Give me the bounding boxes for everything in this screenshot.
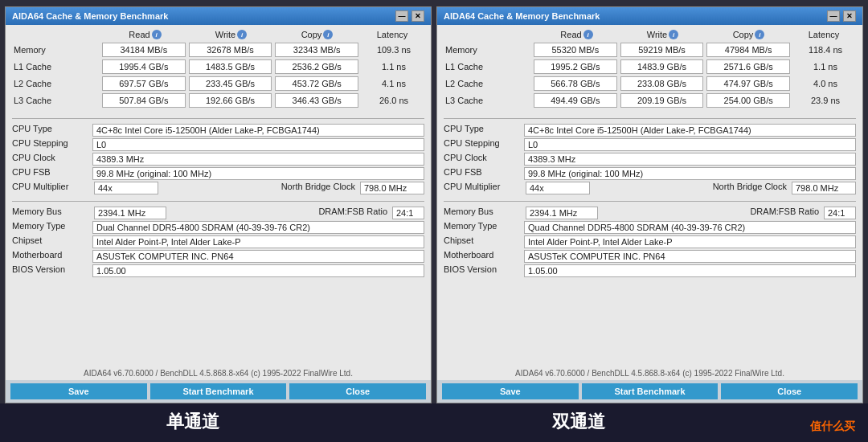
write-info-icon[interactable]: i [237, 30, 247, 39]
left-col-copy: Copy i [274, 30, 360, 39]
right-save-button[interactable]: Save [442, 383, 579, 399]
left-info-motherboard: Motherboard ASUSTeK COMPUTER INC. PN64 [12, 250, 424, 263]
left-info-cpu-type: CPU Type 4C+8c Intel Core i5-12500H (Ald… [12, 124, 424, 137]
right-window-title: AIDA64 Cache & Memory Benchmark [444, 11, 600, 21]
left-channel-label: 单通道 [0, 403, 386, 442]
right-info-section2: Memory Bus 2394.1 MHz DRAM:FSB Ratio 24:… [437, 207, 862, 279]
windows-container: AIDA64 Cache & Memory Benchmark — ✕ Read… [0, 0, 868, 403]
brand-tag: 值什么买 [810, 419, 855, 434]
left-col-latency: Latency [360, 30, 424, 39]
right-footer: AIDA64 v6.70.6000 / BenchDLL 4.5.868.8-x… [437, 366, 862, 380]
left-close-btn[interactable]: Close [289, 383, 426, 399]
left-row-memory: Memory 34184 MB/s 32678 MB/s 32343 MB/s … [12, 43, 424, 57]
right-info-cpu-stepping: CPU Stepping L0 [444, 138, 856, 151]
left-info-section2: Memory Bus 2394.1 MHz DRAM:FSB Ratio 24:… [6, 207, 431, 279]
right-table-header: Read i Write i Copy i Latency [444, 30, 856, 39]
right-close-button[interactable]: ✕ [843, 10, 856, 22]
left-close-button[interactable]: ✕ [411, 10, 424, 22]
left-info-memtype: Memory Type Dual Channel DDR5-4800 SDRAM… [12, 221, 424, 234]
right-start-button[interactable]: Start Benchmark [582, 383, 719, 399]
left-info-cpu-fsb: CPU FSB 99.8 MHz (original: 100 MHz) [12, 167, 424, 180]
right-col-write: Write i [620, 30, 706, 39]
left-divider-1 [12, 118, 424, 119]
right-button-bar: Save Start Benchmark Close [437, 380, 862, 403]
right-row-l3: L3 Cache 494.49 GB/s 209.19 GB/s 254.00 … [444, 93, 856, 108]
right-window-content: Read i Write i Copy i Latency [437, 25, 862, 403]
left-divider-2 [12, 201, 424, 202]
right-title-bar: AIDA64 Cache & Memory Benchmark — ✕ [437, 7, 862, 25]
right-col-read: Read i [534, 30, 620, 39]
right-divider-1 [444, 118, 856, 119]
right-col-copy: Copy i [706, 30, 792, 39]
left-window-title: AIDA64 Cache & Memory Benchmark [12, 11, 168, 21]
left-title-bar: AIDA64 Cache & Memory Benchmark — ✕ [6, 7, 431, 25]
right-info-bios: BIOS Version 1.05.00 [444, 264, 856, 277]
right-read-info-icon[interactable]: i [583, 30, 593, 39]
right-row-memory: Memory 55320 MB/s 59219 MB/s 47984 MB/s … [444, 43, 856, 57]
left-info-chipset: Chipset Intel Alder Point-P, Intel Alder… [12, 235, 424, 248]
left-info-cpu-stepping: CPU Stepping L0 [12, 138, 424, 151]
right-info-cpu-type: CPU Type 4C+8c Intel Core i5-12500H (Ald… [444, 124, 856, 137]
left-row-l1: L1 Cache 1995.4 GB/s 1483.5 GB/s 2536.2 … [12, 59, 424, 74]
right-window: AIDA64 Cache & Memory Benchmark — ✕ Read… [436, 6, 863, 403]
right-row-l2: L2 Cache 566.78 GB/s 233.08 GB/s 474.97 … [444, 76, 856, 91]
right-copy-info-icon[interactable]: i [755, 30, 764, 39]
right-row-l1: L1 Cache 1995.2 GB/s 1483.9 GB/s 2571.6 … [444, 59, 856, 74]
left-info-section: CPU Type 4C+8c Intel Core i5-12500H (Ald… [6, 124, 431, 196]
left-row-l2: L2 Cache 697.57 GB/s 233.45 GB/s 453.72 … [12, 76, 424, 91]
right-info-section: CPU Type 4C+8c Intel Core i5-12500H (Ald… [437, 124, 862, 196]
right-bench-table: Read i Write i Copy i Latency [437, 25, 862, 113]
left-bench-table: Read i Write i Copy i Latency [6, 25, 431, 113]
left-col-write: Write i [188, 30, 274, 39]
bottom-labels-row: 单通道 双通道 值什么买 [0, 403, 868, 442]
right-write-info-icon[interactable]: i [669, 30, 678, 39]
left-info-cpu-clock: CPU Clock 4389.3 MHz [12, 153, 424, 166]
right-minimize-button[interactable]: — [827, 10, 840, 22]
copy-info-icon[interactable]: i [323, 30, 333, 39]
left-info-bios: BIOS Version 1.05.00 [12, 264, 424, 277]
left-minimize-button[interactable]: — [395, 10, 408, 22]
right-info-cpu-fsb: CPU FSB 99.8 MHz (original: 100 MHz) [444, 167, 856, 180]
right-info-motherboard: Motherboard ASUSTeK COMPUTER INC. PN64 [444, 250, 856, 263]
right-title-controls: — ✕ [827, 10, 856, 22]
right-info-memtype: Memory Type Quad Channel DDR5-4800 SDRAM… [444, 221, 856, 234]
right-info-membus-row: Memory Bus 2394.1 MHz DRAM:FSB Ratio 24:… [444, 207, 856, 219]
right-info-multiplier-row: CPU Multiplier 44x North Bridge Clock 79… [444, 182, 856, 194]
right-info-cpu-clock: CPU Clock 4389.3 MHz [444, 153, 856, 166]
right-divider-2 [444, 201, 856, 202]
read-info-icon[interactable]: i [152, 30, 162, 39]
left-title-controls: — ✕ [395, 10, 424, 22]
left-info-membus-row: Memory Bus 2394.1 MHz DRAM:FSB Ratio 24:… [12, 207, 424, 219]
right-col-latency: Latency [792, 30, 856, 39]
left-save-button[interactable]: Save [10, 383, 147, 399]
left-button-bar: Save Start Benchmark Close [6, 380, 431, 403]
left-col-read: Read i [102, 30, 188, 39]
left-info-multiplier-row: CPU Multiplier 44x North Bridge Clock 79… [12, 182, 424, 194]
right-close-btn[interactable]: Close [721, 383, 858, 399]
left-table-header: Read i Write i Copy i Latency [12, 30, 424, 39]
left-row-l3: L3 Cache 507.84 GB/s 192.66 GB/s 346.43 … [12, 93, 424, 108]
left-window-content: Read i Write i Copy i Latency [6, 25, 431, 403]
left-window: AIDA64 Cache & Memory Benchmark — ✕ Read… [5, 6, 432, 403]
left-start-button[interactable]: Start Benchmark [150, 383, 287, 399]
left-footer: AIDA64 v6.70.6000 / BenchDLL 4.5.868.8-x… [6, 366, 431, 380]
right-info-chipset: Chipset Intel Alder Point-P, Intel Alder… [444, 235, 856, 248]
right-channel-label: 双通道 [386, 403, 868, 442]
